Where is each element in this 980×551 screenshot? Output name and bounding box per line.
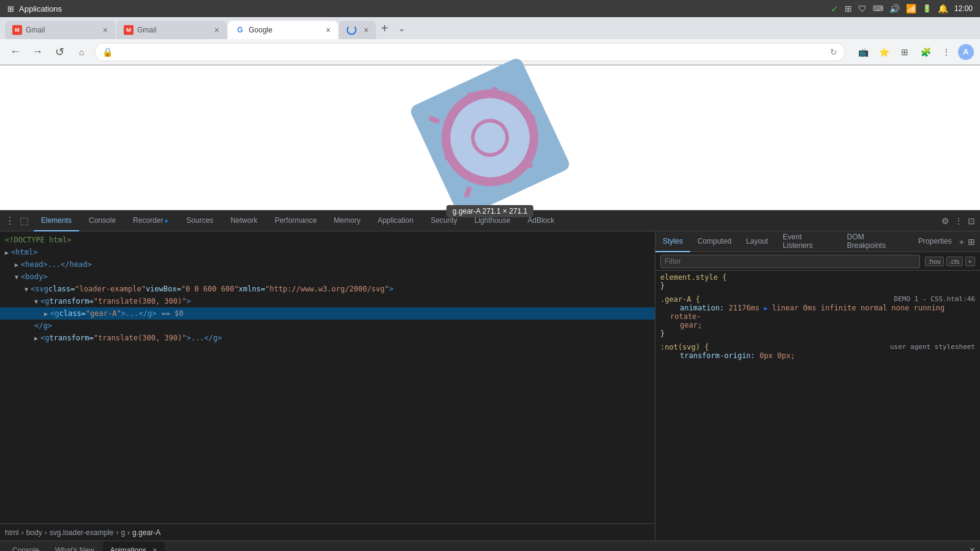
wifi-icon: 📶 bbox=[906, 4, 916, 13]
bell-icon: 🔔 bbox=[938, 4, 948, 13]
close-tab-google[interactable]: × bbox=[326, 25, 331, 35]
new-style-icon[interactable]: + bbox=[959, 237, 964, 247]
add-tab-button[interactable]: + bbox=[376, 21, 393, 36]
close-tab-gmail1[interactable]: × bbox=[103, 25, 108, 35]
tab-console[interactable]: Console bbox=[81, 211, 123, 231]
dom-line-svg[interactable]: ▼ <svg class= "loader-example" viewBox= … bbox=[0, 283, 655, 295]
styles-tab-layout[interactable]: Layout bbox=[739, 231, 775, 252]
bookmarks-button[interactable]: ⭐ bbox=[875, 43, 893, 61]
styles-panel: Styles Computed Layout Event Listeners D… bbox=[655, 231, 980, 541]
close-animations-tab[interactable]: × bbox=[153, 545, 157, 551]
gear-background bbox=[409, 56, 571, 219]
tab-performance[interactable]: Performance bbox=[267, 211, 324, 231]
browser-tab-loading[interactable]: × bbox=[339, 21, 376, 39]
settings-icon[interactable]: ⚙ bbox=[941, 216, 949, 226]
filter-buttons: :hov .cls + bbox=[925, 257, 975, 266]
keyboard-icon: ⌨ bbox=[873, 4, 883, 13]
styles-tab-properties[interactable]: Properties bbox=[911, 231, 959, 252]
tab-elements[interactable]: Elements bbox=[34, 211, 79, 231]
bottom-tab-whatsnew[interactable]: What's New bbox=[48, 541, 102, 552]
forward-button[interactable]: → bbox=[28, 43, 47, 61]
styles-tab-styles[interactable]: Styles bbox=[655, 231, 690, 252]
tab-more-button[interactable]: ⌄ bbox=[396, 23, 408, 33]
home-button[interactable]: ⌂ bbox=[72, 43, 91, 61]
styles-tab-computed[interactable]: Computed bbox=[690, 231, 739, 252]
dom-line-g-translate[interactable]: ▼ <g transform= "translate(300, 300)" > bbox=[0, 295, 655, 307]
reload-small-icon: ↻ bbox=[830, 47, 837, 57]
devtools: ⋮ ⬚ Elements Console Recorder ▲ Sources … bbox=[0, 210, 980, 541]
dom-line-close-g[interactable]: </g> bbox=[0, 320, 655, 332]
grid-apps-button[interactable]: ⊞ bbox=[895, 43, 914, 61]
plus-filter-btn[interactable]: + bbox=[965, 257, 975, 266]
tab-application[interactable]: Application bbox=[370, 211, 421, 231]
css-rule-element-style: element.style { } bbox=[660, 273, 975, 290]
reload-button[interactable]: ↺ bbox=[50, 43, 69, 61]
breadcrumb-g[interactable]: g bbox=[121, 528, 125, 537]
browser-chrome: M Gmail × M Gmail × G Google × × + ⌄ ← →… bbox=[0, 17, 980, 66]
cast-button[interactable]: 📺 bbox=[854, 43, 872, 61]
favicon-loading bbox=[347, 25, 356, 35]
tab-recorder[interactable]: Recorder ▲ bbox=[126, 211, 176, 231]
speaker-icon: 🔊 bbox=[889, 4, 900, 13]
close-tab-gmail2[interactable]: × bbox=[214, 25, 219, 35]
toggle-style-icon[interactable]: ⊞ bbox=[968, 237, 975, 247]
dom-line-head[interactable]: ▶ <head>...</head> bbox=[0, 258, 655, 271]
bottom-tab-animations[interactable]: Animations × bbox=[103, 541, 165, 552]
close-bottom-panel[interactable]: × bbox=[970, 545, 975, 552]
breadcrumb-body[interactable]: body bbox=[26, 528, 42, 537]
bottom-tabs: Console What's New Animations × × bbox=[0, 541, 980, 551]
dom-line-html[interactable]: ▶ <html> bbox=[0, 246, 655, 258]
os-apps-icon[interactable]: ⊞ bbox=[7, 4, 14, 13]
dom-line-gear-a[interactable]: ▶ <g class= "gear-A" >...</g> == $0 bbox=[0, 307, 655, 320]
extensions-button[interactable]: 🧩 bbox=[916, 43, 935, 61]
styles-tab-event-listeners[interactable]: Event Listeners bbox=[775, 231, 840, 252]
styles-filter: :hov .cls + bbox=[655, 252, 980, 271]
css-rule-close-gear: } bbox=[660, 329, 975, 338]
hov-filter-btn[interactable]: :hov bbox=[925, 257, 944, 266]
devtools-kebab-icon[interactable]: ⋮ bbox=[5, 215, 15, 227]
grid-icon: ⊞ bbox=[845, 4, 852, 13]
css-rule-header-gear: .gear-A { DEMO 1 - CSS.html:46 bbox=[660, 295, 975, 304]
profile-avatar[interactable]: A bbox=[958, 44, 974, 60]
address-input[interactable] bbox=[118, 47, 825, 56]
dock-icon[interactable]: ⊡ bbox=[968, 216, 975, 226]
bottom-tab-console[interactable]: Console bbox=[5, 541, 47, 552]
browser-tab-gmail1[interactable]: M Gmail × bbox=[5, 21, 115, 39]
breadcrumb-gear-a[interactable]: g.gear-A bbox=[132, 528, 160, 537]
devtools-main: <!DOCTYPE html> ▶ <html> ▶ <head>...</he… bbox=[0, 231, 980, 541]
css-rule-user-agent: :not(svg) { user agent stylesheet transf… bbox=[660, 343, 975, 360]
close-tab-loading[interactable]: × bbox=[364, 25, 369, 35]
tab-sources[interactable]: Sources bbox=[179, 211, 221, 231]
devtools-more-icon[interactable]: ⋮ bbox=[954, 216, 963, 226]
dom-line-body[interactable]: ▼ <body> bbox=[0, 271, 655, 283]
styles-tabs: Styles Computed Layout Event Listeners D… bbox=[655, 231, 980, 252]
svg-rect-7 bbox=[464, 186, 472, 198]
dom-line-g-translate2[interactable]: ▶ <g transform= "translate(300, 390)" >.… bbox=[0, 332, 655, 344]
menu-button[interactable]: ⋮ bbox=[937, 43, 956, 61]
address-bar[interactable]: 🔒 ↻ bbox=[94, 43, 845, 61]
breadcrumb-html[interactable]: html bbox=[5, 528, 19, 537]
styles-filter-input[interactable] bbox=[660, 255, 920, 268]
dom-content: <!DOCTYPE html> ▶ <html> ▶ <head>...</he… bbox=[0, 231, 655, 523]
devtools-top-icons: ⚙ ⋮ ⊡ bbox=[941, 216, 975, 226]
tab-memory[interactable]: Memory bbox=[326, 211, 368, 231]
toolbar-right: 📺 ⭐ ⊞ 🧩 ⋮ A bbox=[854, 43, 974, 61]
css-rule-header: element.style { bbox=[660, 273, 975, 282]
browser-tab-gmail2[interactable]: M Gmail × bbox=[116, 21, 227, 39]
os-bar-left: ⊞ Applications bbox=[7, 4, 62, 13]
tab-network[interactable]: Network bbox=[223, 211, 265, 231]
dom-line-doctype[interactable]: <!DOCTYPE html> bbox=[0, 234, 655, 246]
gear-wrapper: g.gear-A 271.1 × 271.1 bbox=[429, 77, 551, 199]
browser-tabs: M Gmail × M Gmail × G Google × × + ⌄ bbox=[0, 17, 980, 39]
back-button[interactable]: ← bbox=[6, 43, 24, 61]
breadcrumb-svg[interactable]: svg.loader-example bbox=[50, 528, 114, 537]
browser-tab-google[interactable]: G Google × bbox=[228, 21, 338, 39]
cls-filter-btn[interactable]: .cls bbox=[946, 257, 963, 266]
css-rule-gear-a: .gear-A { DEMO 1 - CSS.html:46 animation… bbox=[660, 295, 975, 338]
browser-toolbar: ← → ↺ ⌂ 🔒 ↻ 📺 ⭐ ⊞ 🧩 ⋮ A bbox=[0, 39, 980, 65]
os-bar-right: ✓ ⊞ 🛡 ⌨ 🔊 📶 🔋 🔔 12:00 bbox=[831, 3, 973, 15]
styles-tab-dom-breakpoints[interactable]: DOM Breakpoints bbox=[840, 231, 911, 252]
devtools-inspect-icon[interactable]: ⬚ bbox=[20, 215, 29, 227]
styles-content: element.style { } .gear-A { DEMO 1 - CSS… bbox=[655, 271, 980, 541]
time-display: 12:00 bbox=[954, 4, 973, 13]
